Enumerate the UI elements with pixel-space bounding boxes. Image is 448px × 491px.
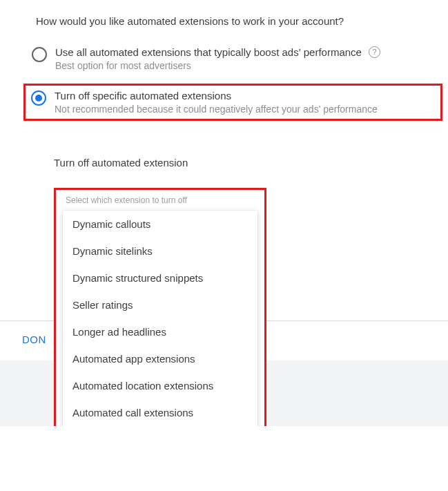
- dropdown-item-dynamic-structured-snippets[interactable]: Dynamic structured snippets: [63, 264, 257, 291]
- radio-icon: [32, 47, 47, 62]
- radio-option-use-all[interactable]: Use all automated extensions that typica…: [32, 41, 448, 75]
- question-heading: How would you like automated extensions …: [36, 15, 448, 27]
- radio-icon: [31, 90, 46, 106]
- dropdown-item-automated-app-extensions[interactable]: Automated app extensions: [63, 345, 257, 372]
- dropdown-item-dynamic-sitelinks[interactable]: Dynamic sitelinks: [63, 238, 257, 264]
- dropdown-item-longer-ad-headlines[interactable]: Longer ad headlines: [63, 318, 257, 345]
- radio-label: Turn off specific automated extensions: [55, 90, 378, 102]
- highlight-turn-off-option: Turn off specific automated extensions N…: [23, 84, 442, 121]
- highlight-dropdown: Select which extension to turn off Dynam…: [54, 188, 266, 426]
- section-title: Turn off automated extension: [54, 157, 448, 169]
- extension-dropdown[interactable]: Dynamic callouts Dynamic sitelinks Dynam…: [63, 211, 257, 426]
- dropdown-item-seller-ratings[interactable]: Seller ratings: [63, 291, 257, 318]
- done-button[interactable]: DON: [22, 334, 46, 345]
- dropdown-item-automated-location-extensions[interactable]: Automated location extensions: [63, 372, 257, 399]
- radio-option-turn-off[interactable]: Turn off specific automated extensions N…: [31, 90, 436, 115]
- radio-sublabel: Not recommended because it could negativ…: [55, 104, 378, 115]
- radio-sublabel: Best option for most advertisers: [55, 60, 380, 71]
- help-icon[interactable]: ?: [369, 46, 380, 58]
- dropdown-item-automated-call-extensions[interactable]: Automated call extensions: [63, 399, 257, 426]
- dropdown-item-dynamic-callouts[interactable]: Dynamic callouts: [63, 211, 257, 238]
- select-label: Select which extension to turn off: [66, 195, 264, 205]
- radio-label: Use all automated extensions that typica…: [55, 46, 362, 58]
